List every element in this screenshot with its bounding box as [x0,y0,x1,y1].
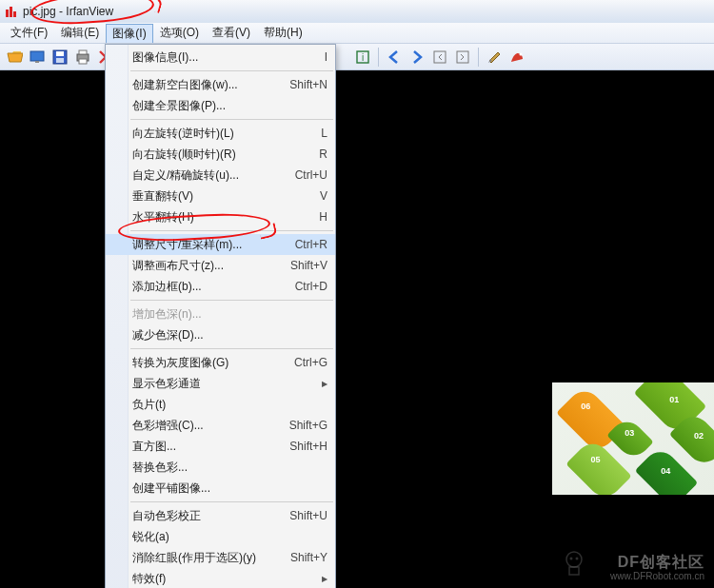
toolbar-separator [378,48,379,67]
last-icon[interactable] [452,47,473,68]
menu-item-label: 向左旋转(逆时针)(L) [132,126,311,142]
menu-item-label: 添加边框(b)... [132,279,286,295]
menu-file[interactable]: 文件(F) [4,23,54,43]
menu-item-shortcut: Shift+Y [290,551,327,564]
watermark-brand: DF创客社区 [610,553,704,571]
leaf-number: 06 [581,402,590,411]
menu-item[interactable]: 创建全景图像(P)... [106,95,335,116]
menu-item: 增加色深(n)... [106,304,335,324]
menu-item[interactable]: 创建新空白图像(w)...Shift+N [106,74,335,95]
svg-point-17 [570,558,573,560]
menu-item[interactable]: 调整尺寸/重采样(m)...Ctrl+R [106,234,335,255]
leaf-number: 04 [661,466,670,476]
slideshow-icon[interactable] [27,47,48,68]
menu-item[interactable]: 图像信息(I)...I [106,47,335,68]
menu-item-label: 调整尺寸/重采样(m)... [132,237,286,253]
menu-item-label: 垂直翻转(V) [132,188,310,205]
info-icon[interactable]: i [352,47,373,68]
irfanview-icon[interactable] [506,47,527,68]
svg-rect-6 [56,51,64,56]
svg-point-16 [566,552,582,567]
menu-item[interactable]: 水平翻转(H)H [106,206,335,227]
menu-item[interactable]: 减少色深(D)... [106,324,335,345]
menu-item[interactable]: 调整画布尺寸(z)...Shift+V [106,255,335,276]
menu-item[interactable]: 垂直翻转(V)V [106,186,335,206]
leaf-number: 01 [669,395,679,404]
menu-item-label: 减少色深(D)... [132,327,327,343]
menu-item-shortcut: Shift+U [289,509,327,522]
menu-item[interactable]: 负片(t) [106,394,335,415]
open-icon[interactable] [4,47,25,68]
menu-item[interactable]: 色彩增强(C)...Shift+G [106,415,335,436]
menu-item[interactable]: 添加边框(b)...Ctrl+D [106,276,335,297]
print-icon[interactable] [72,47,93,68]
menu-item-shortcut: H [319,210,327,224]
menu-item-shortcut: Ctrl+R [295,238,327,251]
robot-icon [558,546,590,578]
svg-rect-13 [434,51,446,63]
svg-rect-9 [79,50,87,54]
first-icon[interactable] [429,47,450,68]
menu-item-label: 图像信息(I)... [132,49,315,66]
menu-item[interactable]: 显示色彩通道 [106,373,335,394]
next-icon[interactable] [407,47,427,68]
menu-item[interactable]: 替换色彩... [106,457,335,478]
menu-item[interactable]: 特效(f) [106,568,335,588]
menu-item[interactable]: 消除红眼(作用于选区)(y)Shift+Y [106,547,335,568]
menu-item[interactable]: 向左旋转(逆时针)(L)L [106,123,335,144]
svg-rect-19 [569,567,579,575]
menu-item-label: 显示色彩通道 [132,376,316,392]
menu-item-shortcut: Shift+H [289,440,327,453]
menu-item-shortcut: R [319,147,327,161]
menu-item[interactable]: 创建平铺图像... [106,478,335,499]
svg-rect-14 [457,51,468,63]
menu-item-shortcut: L [321,127,327,140]
menu-item-shortcut: Ctrl+D [295,280,327,293]
menu-item-label: 创建全景图像(P)... [132,98,327,114]
menu-item-label: 锐化(a) [132,529,327,545]
svg-rect-2 [13,11,16,17]
menu-item-shortcut: Shift+N [289,78,327,91]
menu-edit[interactable]: 编辑(E) [54,23,106,43]
menu-item[interactable]: 转换为灰度图像(G)Ctrl+G [106,352,335,373]
leaf-number: 03 [625,428,634,438]
menu-item-label: 消除红眼(作用于选区)(y) [132,550,281,566]
menubar: 文件(F) 编辑(E) 图像(I) 选项(O) 查看(V) 帮助(H) [0,23,714,44]
window-title: pic.jpg - IrfanView [23,5,113,18]
svg-rect-4 [35,61,39,63]
titlebar: pic.jpg - IrfanView [0,0,714,23]
watermark: DF创客社区 www.DFRobot.com.cn [610,553,704,582]
save-icon[interactable] [50,47,70,68]
svg-text:i: i [362,52,364,63]
menu-help[interactable]: 帮助(H) [257,23,309,43]
menu-item-label: 色彩增强(C)... [132,418,280,434]
menu-item-label: 特效(f) [132,571,316,587]
svg-rect-10 [79,59,87,64]
menu-item-label: 水平翻转(H) [132,209,309,225]
svg-point-15 [520,52,523,55]
svg-rect-7 [56,58,64,63]
menu-item[interactable]: 锐化(a) [106,526,335,547]
settings-icon[interactable] [484,47,505,68]
menu-item[interactable]: 自动色彩校正Shift+U [106,505,335,526]
menu-item-label: 转换为灰度图像(G) [132,355,285,371]
menu-image[interactable]: 图像(I) [106,24,152,43]
menu-item-shortcut: Ctrl+G [294,356,327,369]
menu-item-shortcut: Shift+G [289,419,327,432]
prev-icon[interactable] [384,47,405,68]
menu-item-label: 自动色彩校正 [132,508,280,524]
sample-image: 06 01 05 02 04 03 [552,382,714,495]
leaf-number: 05 [590,455,600,464]
leaf-number: 02 [694,431,704,441]
menu-item-shortcut: I [325,50,327,64]
menu-options[interactable]: 选项(O) [153,23,206,43]
menu-item[interactable]: 向右旋转(顺时针)(R)R [106,144,335,165]
menu-view[interactable]: 查看(V) [206,23,257,43]
app-icon [4,4,19,19]
svg-rect-0 [6,10,9,17]
menu-item[interactable]: 直方图...Shift+H [106,436,335,457]
menu-item-label: 替换色彩... [132,460,327,476]
menu-item-label: 创建平铺图像... [132,480,327,497]
svg-rect-1 [10,7,12,17]
menu-item[interactable]: 自定义/精确旋转(u)...Ctrl+U [106,165,335,186]
